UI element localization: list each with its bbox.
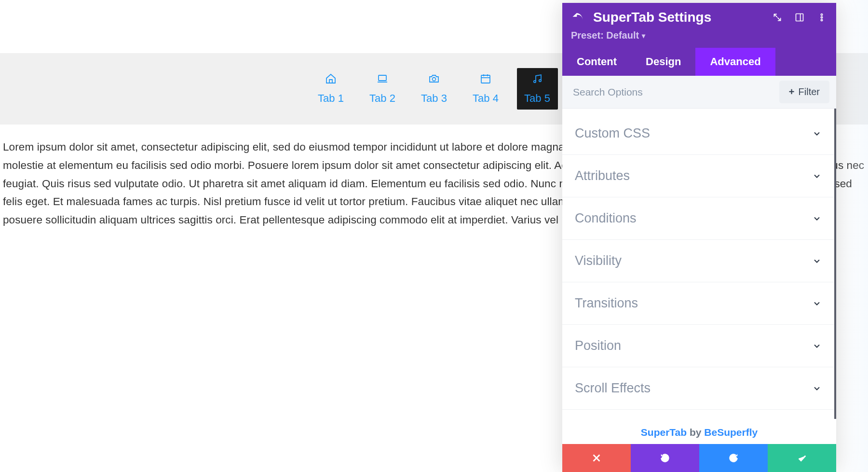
tab-3[interactable]: Tab 3 [414,68,455,110]
back-button[interactable] [571,11,584,24]
filter-button[interactable]: + Filter [779,81,829,103]
check-icon [797,453,807,463]
svg-point-13 [821,19,822,21]
svg-point-7 [534,81,536,83]
cancel-button[interactable] [562,444,631,472]
svg-rect-3 [481,75,490,83]
home-icon [325,73,337,87]
undo-button[interactable] [631,444,699,472]
save-button[interactable] [768,444,836,472]
svg-point-12 [821,16,822,18]
chevron-down-icon [812,299,822,308]
caret-down-icon: ▾ [642,32,645,40]
search-options-input[interactable] [562,77,779,108]
section-conditions[interactable]: Conditions [562,197,834,240]
section-custom-css[interactable]: Custom CSS [562,109,834,155]
svg-point-2 [433,78,436,81]
section-label: Transitions [575,296,638,311]
expand-icon [773,13,782,22]
back-arrow-icon [571,11,584,24]
layout-icon [795,13,804,22]
chevron-down-icon [812,129,822,139]
plus-icon: + [789,86,795,97]
section-label: Attributes [575,168,630,183]
panel-title: SuperTab Settings [593,10,764,25]
tab-label: Tab 1 [318,92,344,105]
tab-1[interactable]: Tab 1 [311,68,352,110]
tab-label: Tab 2 [369,92,395,105]
section-label: Scroll Effects [575,381,651,396]
section-label: Position [575,338,621,353]
svg-rect-9 [796,14,803,21]
section-visibility[interactable]: Visibility [562,240,834,282]
section-label: Visibility [575,253,622,268]
redo-icon [728,453,739,463]
chevron-down-icon [812,214,822,223]
more-button[interactable] [817,13,827,22]
credit-company-link[interactable]: BeSuperfly [704,427,758,438]
chevron-down-icon [812,171,822,181]
calendar-icon [480,73,491,87]
preset-dropdown[interactable]: Preset: Default ▾ [571,30,645,41]
tab-4[interactable]: Tab 4 [465,68,506,110]
tab-label: Tab 4 [473,92,499,105]
panel-tab-design[interactable]: Design [631,48,695,76]
section-position[interactable]: Position [562,325,834,367]
section-label: Custom CSS [575,126,650,141]
preset-label: Preset: Default [571,30,639,41]
music-icon [531,73,543,87]
chevron-down-icon [812,341,822,351]
svg-point-11 [821,14,822,15]
svg-rect-0 [379,75,386,81]
undo-icon [660,453,670,463]
section-label: Conditions [575,211,637,226]
panel-tab-content[interactable]: Content [562,48,631,76]
chevron-down-icon [812,384,822,393]
credit-line: SuperTab by BeSuperfly [562,419,836,444]
camera-icon [428,73,440,87]
settings-panel: SuperTab Settings Preset: Default ▾ Cont… [562,3,836,472]
laptop-icon [377,73,388,87]
section-transitions[interactable]: Transitions [562,282,834,325]
more-vertical-icon [817,13,827,22]
expand-button[interactable] [773,13,782,22]
panel-tab-advanced[interactable]: Advanced [695,48,775,76]
tab-label: Tab 3 [421,92,447,105]
redo-button[interactable] [699,444,768,472]
tab-2[interactable]: Tab 2 [362,68,403,110]
close-icon [591,453,602,463]
layout-button[interactable] [795,13,804,22]
tab-label: Tab 5 [524,92,550,105]
section-scroll-effects[interactable]: Scroll Effects [562,367,834,410]
credit-product-link[interactable]: SuperTab [641,427,687,438]
svg-point-8 [539,80,541,82]
chevron-down-icon [812,256,822,266]
tab-5[interactable]: Tab 5 [517,68,558,110]
section-attributes[interactable]: Attributes [562,155,834,197]
filter-label: Filter [799,86,820,97]
